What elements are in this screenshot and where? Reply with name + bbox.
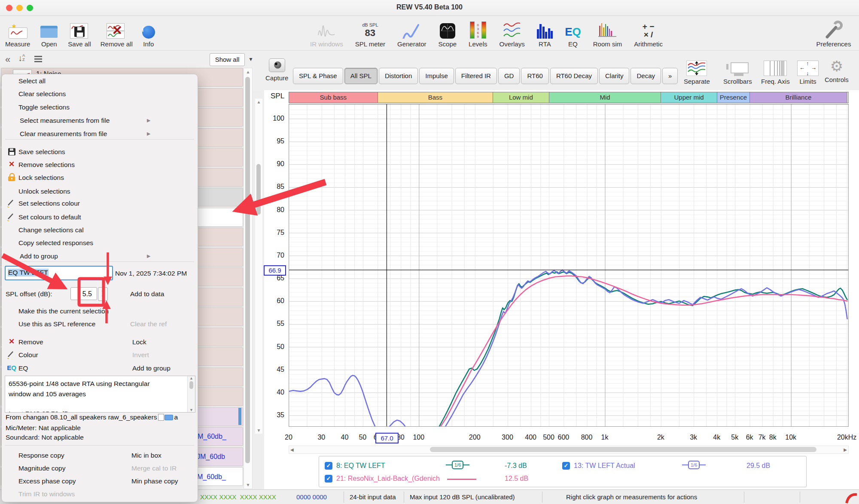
tab-clarity[interactable]: Clarity: [599, 68, 630, 84]
arithmetic-button[interactable]: + −× / Arithmetic: [634, 17, 663, 48]
measure-button[interactable]: * Measure: [5, 17, 30, 48]
eq-button[interactable]: EQ EQ: [565, 17, 581, 48]
scroll-right-icon[interactable]: ▶: [844, 447, 847, 452]
limits-button[interactable]: ↑ ↓ ← → Limits: [797, 54, 819, 85]
trace-checkbox[interactable]: ✓: [325, 462, 332, 470]
separate-button[interactable]: Separate: [684, 54, 710, 85]
eq-logo-icon: EQ: [6, 363, 17, 373]
tab-impulse[interactable]: Impulse: [419, 68, 454, 84]
scroll-thumb[interactable]: [430, 447, 816, 452]
preferences-button[interactable]: Preferences: [811, 17, 856, 48]
remove-all-button[interactable]: ✕ Remove all: [101, 17, 133, 48]
menu-item-remove-selections[interactable]: Remove selections: [18, 160, 75, 170]
menu-item-excess-phase-copy[interactable]: Excess phase copy: [18, 476, 76, 486]
menu-item-colour[interactable]: Colour: [18, 350, 38, 360]
wrench-icon: [824, 21, 844, 39]
menu-item-remove[interactable]: Remove: [18, 337, 43, 347]
spl-meter-button[interactable]: dB SPL 83 SPL meter: [355, 17, 385, 48]
menu-item-unlock-selections[interactable]: Unlock selections: [18, 186, 70, 197]
room-sim-button[interactable]: Room sim: [593, 17, 622, 48]
measurement-scrollbar[interactable]: ▲ ▼: [244, 68, 253, 489]
trace-checkbox[interactable]: ✓: [562, 462, 570, 470]
tab-all-spl[interactable]: All SPL: [344, 68, 378, 84]
tab-rt60-decay[interactable]: RT60 Decay: [550, 68, 598, 84]
menu-item-select-from-file[interactable]: Select measurements from file: [20, 115, 110, 126]
stepper-up-icon[interactable]: ▲: [98, 288, 107, 294]
show-all-caret-icon[interactable]: ▼: [248, 56, 253, 62]
menu-item-clear-selections[interactable]: Clear selections: [18, 89, 66, 99]
save-all-button[interactable]: Save all: [68, 17, 91, 48]
menu-item-select-all[interactable]: Select all: [18, 76, 46, 86]
smoothing-badge[interactable]: 1/6: [682, 461, 706, 469]
stepper-down-icon[interactable]: ▼: [98, 294, 107, 299]
collapse-panel-icon[interactable]: «: [5, 54, 10, 65]
menu-item-magnitude-copy[interactable]: Magnitude copy: [18, 463, 65, 474]
pane-scrollbar[interactable]: ▲ ▼: [255, 99, 262, 434]
menu-item-use-spl-ref[interactable]: Use this as SPL reference: [18, 319, 95, 329]
ir-windows-button[interactable]: IR windows: [310, 17, 343, 48]
x-axis-label: 3k: [681, 434, 707, 441]
scope-icon: [440, 23, 455, 39]
measurement-info-box[interactable]: 65536-point 1/48 octave RTA using Rectan…: [5, 376, 195, 413]
menu-item-set-colours-default[interactable]: Set colours to default: [18, 212, 81, 222]
generator-button[interactable]: Generator: [397, 17, 426, 48]
menu-item-eq[interactable]: EQ: [18, 363, 28, 373]
spl-plot[interactable]: [289, 104, 849, 427]
tab-decay[interactable]: Decay: [631, 68, 661, 84]
trace-checkbox[interactable]: ✓: [325, 475, 332, 483]
graph-h-scrollbar[interactable]: ◀ ▶: [289, 446, 849, 454]
menu-icon[interactable]: [34, 56, 42, 62]
levels-button[interactable]: 0369 Levels: [469, 17, 487, 48]
rta-button[interactable]: RTA: [537, 17, 553, 48]
sort-icon[interactable]: ↓AZ: [18, 53, 25, 63]
menu-item-lock[interactable]: Lock: [132, 337, 146, 347]
status-bit-depth: 24-bit input data: [350, 493, 396, 501]
open-button[interactable]: Open: [40, 17, 58, 48]
menu-item-response-copy[interactable]: Response copy: [18, 450, 64, 461]
cursor-spl-readout: 66.9: [264, 265, 286, 276]
trace-label[interactable]: 8: EQ TW LEFT: [336, 462, 385, 470]
trace-label[interactable]: 21: ResoNix_Laid-Back_(Gdenich: [336, 475, 440, 483]
spl-offset-field[interactable]: 5.5: [70, 287, 97, 300]
tab-gd[interactable]: GD: [498, 68, 520, 84]
menu-item-change-selections-cal[interactable]: Change selections cal: [18, 225, 84, 235]
scrollbars-button[interactable]: Scrollbars: [723, 54, 752, 85]
scroll-up-icon[interactable]: ▲: [188, 376, 195, 380]
info-button[interactable]: i Info: [142, 17, 155, 48]
menu-item-save-selections[interactable]: Save selections: [18, 147, 65, 157]
tab-spl-phase[interactable]: SPL & Phase: [293, 68, 343, 84]
show-all-dropdown[interactable]: Show all: [210, 53, 245, 66]
smoothing-badge[interactable]: 1/6: [446, 461, 469, 469]
freq-axis-button[interactable]: Freq. Axis: [761, 54, 790, 85]
menu-item-min-phase-copy[interactable]: Min phase copy: [131, 476, 178, 486]
trace-curve: [386, 420, 408, 427]
menu-item-mic-in-box[interactable]: Mic in box: [131, 450, 161, 461]
tab-distortion[interactable]: Distortion: [379, 68, 418, 84]
menu-item-lock-selections[interactable]: Lock selections: [18, 173, 64, 183]
menu-item-add-to-group[interactable]: Add to group: [20, 251, 58, 261]
scroll-down-icon[interactable]: ▼: [188, 408, 195, 412]
menu-item-clear-from-file[interactable]: Clear measurements from file: [20, 129, 107, 139]
x-axis-label: 300: [494, 434, 520, 441]
spl-offset-stepper[interactable]: ▲ ▼: [98, 287, 108, 301]
info-scrollbar[interactable]: ▲ ▼: [187, 376, 195, 412]
measurement-name-input[interactable]: EQ TW LEFT: [5, 266, 113, 280]
menu-item-toggle-selections[interactable]: Toggle selections: [18, 102, 70, 112]
measurement-date: Nov 1, 2025 7:34:02 PM: [115, 268, 187, 279]
menu-item-add-to-data[interactable]: Add to data: [130, 289, 164, 299]
scroll-left-icon[interactable]: ◀: [290, 447, 294, 452]
menu-item-make-current[interactable]: Make this the current selection: [18, 306, 109, 316]
menu-item-add-to-group-2[interactable]: Add to group: [132, 363, 171, 373]
capture-button[interactable]: Capture: [265, 58, 288, 82]
trace-label[interactable]: 13: TW LEFT Actual: [574, 462, 635, 470]
separate-icon: [686, 61, 707, 76]
tab-filtered-ir[interactable]: Filtered IR: [455, 68, 497, 84]
scope-button[interactable]: Scope: [439, 17, 457, 48]
document-icon: [158, 414, 164, 421]
overlays-button[interactable]: Overlays: [499, 17, 524, 48]
menu-item-copy-selected[interactable]: Copy selected responses: [18, 238, 93, 248]
menu-item-set-selections-colour[interactable]: Set selections colour: [18, 198, 80, 209]
tab-rt60[interactable]: RT60: [521, 68, 548, 84]
controls-button[interactable]: ⚙ Controls: [825, 52, 849, 83]
tab--[interactable]: »: [662, 68, 678, 84]
